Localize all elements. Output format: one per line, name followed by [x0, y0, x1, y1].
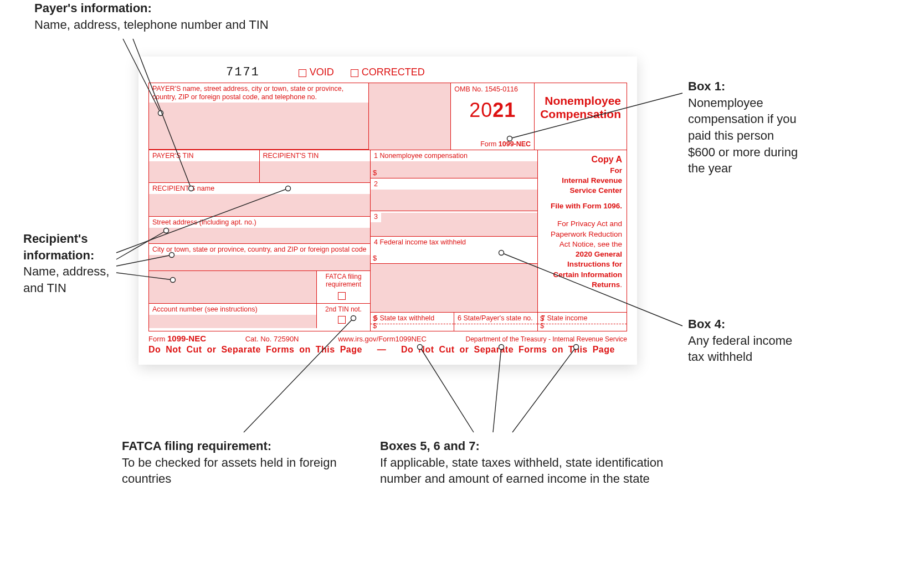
annotation-body: To be checked for assets held in foreign…: [122, 454, 388, 487]
fatca-label: FATCA filing requirement: [319, 273, 368, 288]
payer-info-label: PAYER'S name, street address, city or to…: [149, 83, 368, 103]
street-box[interactable]: Street address (including apt. no.): [149, 217, 370, 244]
corrected-checkbox[interactable]: [351, 69, 358, 77]
annotation-box4: Box 4: Any federal income tax withheld: [688, 316, 804, 365]
box-1-label: 1 Nonemployee compensation: [371, 150, 537, 161]
annotation-payer: Payer's information: Name, address, tele…: [34, 0, 273, 33]
city-label: City or town, state or province, country…: [149, 244, 370, 255]
blank-middle: [371, 264, 537, 313]
dollar-icon: $: [373, 321, 377, 330]
box-7[interactable]: 7 State income $ $: [538, 312, 627, 331]
dept-treasury: Department of the Treasury - Internal Re…: [466, 335, 627, 343]
annotation-title: Payer's information:: [34, 0, 273, 17]
box-2-label: 2: [374, 180, 378, 188]
annotation-recipient: Recipient's information: Name, address, …: [23, 231, 123, 297]
omb-number: OMB No. 1545-0116: [454, 85, 531, 93]
copy-irs: Internal Revenue Service Center: [542, 176, 622, 196]
annotation-title: Box 1:: [688, 78, 804, 95]
form-title: Nonemployee Compensation: [535, 83, 627, 150]
street-label: Street address (including apt. no.): [149, 217, 370, 228]
omb-year-cell: OMB No. 1545-0116 2021 Form 1099-NEC: [451, 83, 535, 150]
box-6[interactable]: 6 State/Payer's state no.: [454, 313, 537, 331]
corrected-label: CORRECTED: [362, 67, 425, 78]
box-7-label: 7 State income: [538, 313, 627, 324]
payer-tin-box[interactable]: PAYER'S TIN: [149, 150, 260, 182]
blank-pink: [149, 271, 317, 303]
form-code: 7171: [226, 65, 260, 79]
privacy-notice: For Privacy Act and Paperwork Reduction …: [542, 219, 622, 290]
box-2[interactable]: 2: [371, 178, 537, 211]
recipient-name-box[interactable]: RECIPIENT'S name: [149, 183, 370, 217]
annotation-title: Box 4:: [688, 316, 804, 333]
second-tin-checkbox[interactable]: [338, 316, 346, 324]
recipient-tin-box[interactable]: RECIPIENT'S TIN: [260, 150, 371, 182]
form-url: www.irs.gov/Form1099NEC: [338, 335, 427, 343]
form-body: PAYER'S name, street address, city or to…: [148, 83, 627, 331]
blank-cell: [369, 83, 451, 150]
annotation-body: Name, address, and TIN: [23, 263, 123, 296]
form-top-row: 7171 VOID CORRECTED: [148, 64, 627, 83]
box-4[interactable]: 4 Federal income tax withheld $: [371, 237, 537, 264]
void-label: VOID: [310, 67, 334, 78]
dollar-icon: $: [540, 321, 544, 330]
annotation-fatca: FATCA filing requirement: To be checked …: [122, 438, 388, 487]
payer-info-box[interactable]: PAYER'S name, street address, city or to…: [149, 83, 369, 150]
box-3-label: 3: [374, 213, 378, 221]
do-not-cut: Do Not Cut or Separate Forms on This Pag…: [148, 343, 627, 355]
file-with: File with Form 1096.: [542, 201, 622, 211]
payer-tin-label: PAYER'S TIN: [149, 150, 259, 161]
cat-number: Cat. No. 72590N: [245, 335, 299, 343]
annotation-box567: Boxes 5, 6 and 7: If applicable, state t…: [380, 438, 668, 487]
annotation-title: Recipient's information:: [23, 231, 123, 263]
annotation-body: Nonemployee compensation if you paid thi…: [688, 95, 804, 177]
box-5-label: 5 State tax withheld: [371, 313, 454, 324]
account-label: Account number (see instructions): [149, 304, 316, 315]
copy-for: For: [542, 166, 622, 176]
form-number: Form 1099-NEC: [148, 334, 206, 343]
second-tin-box: 2nd TIN not.: [317, 304, 370, 328]
box-6-label: 6 State/Payer's state no.: [454, 313, 537, 324]
void-checkbox[interactable]: [299, 69, 306, 77]
dollar-icon: $: [373, 168, 377, 177]
city-box[interactable]: City or town, state or province, country…: [149, 244, 370, 271]
annotation-box1: Box 1: Nonemployee compensation if you p…: [688, 78, 804, 177]
fatca-checkbox[interactable]: [338, 292, 346, 300]
annotation-title: FATCA filing requirement:: [122, 438, 388, 454]
account-box[interactable]: Account number (see instructions): [149, 304, 317, 328]
box-1[interactable]: 1 Nonemployee compensation $: [371, 150, 537, 178]
annotation-body: Any federal income tax withheld: [688, 333, 804, 365]
annotation-body: If applicable, state taxes withheld, sta…: [380, 454, 668, 487]
second-tin-label: 2nd TIN not.: [319, 305, 368, 313]
recipient-name-label: RECIPIENT'S name: [149, 183, 370, 194]
form-footer: Form 1099-NEC Cat. No. 72590N www.irs.go…: [148, 331, 627, 343]
year-suffix: 21: [492, 99, 516, 121]
fatca-box: FATCA filing requirement: [317, 271, 370, 303]
box-3[interactable]: 3: [371, 211, 537, 237]
box-4-label: 4 Federal income tax withheld: [371, 237, 537, 248]
annotation-body: Name, address, telephone number and TIN: [34, 17, 273, 33]
annotation-title: Boxes 5, 6 and 7:: [380, 438, 668, 454]
box-5[interactable]: 5 State tax withheld $ $: [371, 313, 454, 331]
form-1099-nec: 7171 VOID CORRECTED PAYER'S name, street…: [138, 57, 637, 365]
dollar-icon: $: [373, 254, 377, 262]
copy-a: Copy A: [542, 154, 622, 166]
recipient-tin-label: RECIPIENT'S TIN: [260, 150, 371, 161]
year-prefix: 20: [469, 99, 492, 121]
